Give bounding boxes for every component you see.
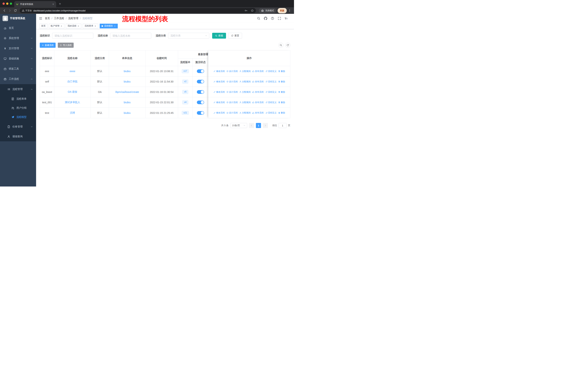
tag-close-icon[interactable] — [77, 25, 79, 27]
window-close-button[interactable] — [2, 2, 5, 5]
security-chip[interactable]: 不安全 — [22, 9, 32, 12]
page-number-button[interactable]: 1 — [256, 123, 261, 128]
address-bar[interactable]: 不安全 dashboard.yudao.iocoder.cn/bpm/manag… — [20, 8, 256, 13]
sidebar-item-payment-mgmt[interactable]: ¥ 支付管理 — [0, 43, 36, 53]
form-info-link[interactable]: biubiu — [124, 70, 130, 73]
sidebar-item-user-group[interactable]: 用户分组 — [0, 103, 36, 112]
design-process-link[interactable]: 设计流程 — [226, 101, 238, 104]
delete-process-link[interactable]: 删除 — [278, 91, 285, 94]
new-tab-button[interactable] — [57, 1, 63, 7]
delete-process-link[interactable]: 删除 — [278, 101, 285, 104]
prev-page-button[interactable] — [249, 123, 254, 128]
tag-close-icon[interactable] — [114, 25, 116, 27]
breadcrumb-process-mgmt[interactable]: 流程管理 — [68, 17, 78, 20]
edit-process-link[interactable]: 修改流程 — [213, 111, 225, 114]
process-definition-link[interactable]: 流程定义 — [265, 91, 277, 94]
process-name-link[interactable]: eeee — [70, 70, 75, 73]
tag-close-icon[interactable] — [94, 25, 96, 27]
process-name-link[interactable]: 滔博 — [70, 111, 75, 115]
process-definition-link[interactable]: 流程定义 — [265, 101, 277, 104]
back-button[interactable] — [2, 8, 7, 13]
design-process-link[interactable]: 设计流程 — [226, 111, 238, 114]
refresh-table-button[interactable] — [285, 43, 290, 48]
help-icon[interactable] — [271, 17, 274, 20]
sidebar-item-process-model[interactable]: 流程模型 — [0, 112, 36, 122]
design-process-link[interactable]: 设计流程 — [226, 70, 238, 73]
fullscreen-icon[interactable] — [278, 17, 281, 20]
tag-my-process[interactable]: 我的流程 — [66, 24, 81, 28]
edit-process-link[interactable]: 修改流程 — [213, 80, 225, 83]
active-toggle[interactable] — [197, 80, 204, 83]
browser-tab[interactable]: 芋道管理系统 — [14, 1, 56, 7]
tag-tenant-mgmt[interactable]: 租户管理 — [49, 24, 64, 28]
sidebar-collapse-icon[interactable] — [39, 17, 42, 20]
sidebar-item-process-mgmt[interactable]: 流程管理 — [0, 84, 36, 94]
assign-rule-link[interactable]: 分配规则 — [239, 91, 251, 94]
process-name-link[interactable]: OA 请假 — [68, 90, 77, 94]
sidebar-item-workflow[interactable]: 工作流程 — [0, 74, 36, 84]
active-toggle[interactable] — [197, 111, 204, 115]
breadcrumb-workflow[interactable]: 工作流程 — [54, 17, 64, 20]
process-id-input[interactable] — [52, 33, 93, 39]
process-name-input[interactable] — [110, 33, 151, 39]
assign-rule-link[interactable]: 分配规则 — [239, 70, 251, 73]
publish-process-link[interactable]: 发布流程 — [252, 111, 264, 114]
form-info-link[interactable]: biubiu — [124, 111, 130, 114]
delete-process-link[interactable]: 删除 — [278, 80, 285, 83]
create-process-button[interactable]: 新建流程 — [40, 43, 56, 48]
process-name-link[interactable]: 自己审批 — [67, 80, 78, 83]
forward-button[interactable] — [7, 8, 12, 13]
search-icon[interactable] — [257, 17, 260, 20]
assign-rule-link[interactable]: 分配规则 — [239, 80, 251, 83]
process-category-select[interactable]: 流程分类 — [168, 33, 209, 39]
sidebar-item-system-mgmt[interactable]: 系统管理 — [0, 33, 36, 43]
edit-process-link[interactable]: 修改流程 — [213, 70, 225, 73]
tag-process-form[interactable]: 流程表单 — [83, 24, 98, 28]
delete-process-link[interactable]: 删除 — [278, 70, 285, 73]
chrome-update-button[interactable]: 更新 — [278, 8, 287, 13]
process-definition-link[interactable]: 流程定义 — [265, 80, 277, 83]
sidebar-item-leave-query[interactable]: 请假查询 — [0, 132, 36, 141]
publish-process-link[interactable]: 发布流程 — [252, 91, 264, 94]
app-logo[interactable]: 芋道管理系统 — [0, 14, 36, 23]
reset-button[interactable]: 重置 — [228, 33, 242, 39]
process-definition-link[interactable]: 流程定义 — [265, 111, 277, 114]
active-toggle[interactable] — [197, 69, 204, 73]
window-zoom-button[interactable] — [10, 2, 12, 5]
active-toggle[interactable] — [197, 90, 204, 94]
tag-home[interactable]: 首页 — [39, 24, 47, 28]
font-size-icon[interactable]: TT — [285, 17, 287, 20]
assign-rule-link[interactable]: 分配规则 — [239, 111, 251, 114]
sidebar-item-dev-tools[interactable]: 研发工具 — [0, 64, 36, 74]
publish-process-link[interactable]: 发布流程 — [252, 80, 264, 83]
publish-process-link[interactable]: 发布流程 — [252, 101, 264, 104]
reload-button[interactable] — [13, 8, 18, 13]
tab-close-icon[interactable] — [52, 3, 54, 5]
password-key-icon[interactable] — [245, 9, 248, 12]
form-info-link[interactable]: /bpm/oa/leave/create — [115, 91, 139, 93]
edit-process-link[interactable]: 修改流程 — [213, 91, 225, 94]
process-name-link[interactable]: 测试多审批人 — [65, 101, 80, 104]
goto-page-input[interactable] — [279, 123, 286, 128]
sidebar-item-infrastructure[interactable]: 基础设施 — [0, 53, 36, 64]
sidebar-item-home[interactable]: 首页 — [0, 23, 36, 33]
form-info-link[interactable]: biubiu — [124, 80, 130, 83]
search-button[interactable]: 搜索 — [212, 33, 226, 39]
design-process-link[interactable]: 设计流程 — [226, 80, 238, 83]
assign-rule-link[interactable]: 分配规则 — [239, 101, 251, 104]
page-size-select[interactable]: 10条/页 — [230, 123, 247, 128]
form-info-link[interactable]: biubiu — [124, 101, 130, 104]
edit-process-link[interactable]: 修改流程 — [213, 101, 225, 104]
import-process-button[interactable]: 导入流程 — [58, 43, 74, 48]
publish-process-link[interactable]: 发布流程 — [252, 70, 264, 73]
active-toggle[interactable] — [197, 101, 204, 104]
design-process-link[interactable]: 设计流程 — [226, 91, 238, 94]
tag-process-model[interactable]: 流程模型 — [100, 24, 118, 28]
next-page-button[interactable] — [263, 123, 268, 128]
github-icon[interactable] — [264, 17, 267, 20]
sidebar-item-task-mgmt[interactable]: 任务管理 — [0, 122, 36, 132]
sidebar-item-process-form[interactable]: 流程表单 — [0, 94, 36, 103]
breadcrumb-home[interactable]: 首页 — [45, 17, 50, 20]
delete-process-link[interactable]: 删除 — [278, 111, 285, 114]
tag-close-icon[interactable] — [60, 25, 63, 27]
